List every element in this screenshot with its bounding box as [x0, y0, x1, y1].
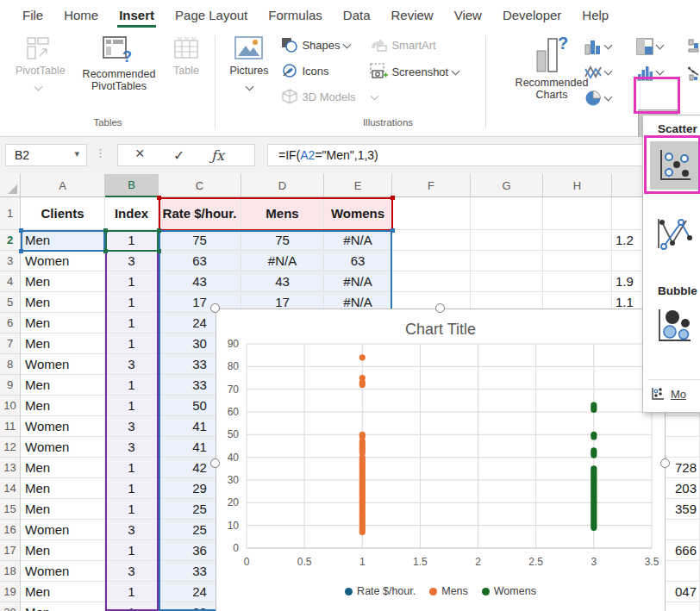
cell-a20[interactable]: Men: [21, 602, 105, 611]
cell-d2[interactable]: 75: [241, 230, 324, 251]
cell-a18[interactable]: Women: [21, 561, 105, 582]
legend-item[interactable]: Mens: [429, 585, 468, 597]
row-header-3[interactable]: 3: [0, 251, 21, 271]
cell-f2[interactable]: [392, 230, 471, 251]
cell-b17[interactable]: 1: [105, 540, 159, 561]
cell-a8[interactable]: Women: [21, 354, 105, 375]
cell-f3[interactable]: [392, 251, 471, 271]
cell-b15[interactable]: 1: [105, 499, 159, 520]
cell-a10[interactable]: Men: [21, 396, 105, 416]
row-header-1[interactable]: 1: [0, 197, 21, 230]
pie-chart-button[interactable]: [584, 90, 611, 110]
cell-e2[interactable]: #N/A: [324, 230, 392, 251]
row-header-9[interactable]: 9: [0, 375, 21, 396]
column-header-a[interactable]: A: [21, 174, 105, 197]
cell-b10[interactable]: 1: [105, 396, 159, 416]
cell-h4[interactable]: [543, 271, 612, 292]
name-box-dropdown-icon[interactable]: ▾: [74, 148, 79, 159]
cell-b6[interactable]: 1: [105, 313, 159, 334]
cell-a1[interactable]: Clients: [21, 197, 105, 230]
tab-formulas[interactable]: Formulas: [258, 3, 333, 27]
cell-f1[interactable]: [392, 197, 471, 230]
enter-icon[interactable]: ✓: [173, 147, 184, 164]
cell-d4[interactable]: 43: [241, 271, 324, 292]
menu-option-bubble[interactable]: [652, 303, 695, 346]
tab-data[interactable]: Data: [333, 3, 381, 27]
menu-option-scatter-lines-markers[interactable]: [652, 212, 695, 255]
select-all-corner[interactable]: [0, 174, 21, 197]
selection-handle[interactable]: [157, 249, 161, 253]
screenshot-button[interactable]: Screenshot: [369, 63, 459, 80]
row-header-19[interactable]: 19: [0, 582, 21, 602]
selection-handle[interactable]: [157, 228, 161, 233]
tab-developer[interactable]: Developer: [492, 3, 572, 27]
menu-option-scatter[interactable]: [650, 141, 698, 190]
row-header-20[interactable]: 20: [0, 602, 21, 611]
cell-b11[interactable]: 3: [105, 416, 159, 437]
selection-handle[interactable]: [103, 228, 108, 233]
waterfall-chart-button[interactable]: [688, 38, 700, 59]
row-header-17[interactable]: 17: [0, 540, 21, 561]
cell-b4[interactable]: 1: [105, 271, 159, 292]
cell-a2[interactable]: Men: [21, 230, 105, 251]
cell-b3[interactable]: 3: [105, 251, 159, 271]
red-range-handle[interactable]: [391, 196, 395, 200]
scatter-point[interactable]: [591, 452, 597, 458]
tab-file[interactable]: File: [12, 3, 53, 27]
combo-chart-button[interactable]: [688, 64, 700, 84]
row-header-16[interactable]: 16: [0, 520, 21, 540]
cell-b5[interactable]: 1: [105, 292, 159, 313]
cell-a14[interactable]: Men: [21, 478, 105, 499]
legend-item[interactable]: Womens: [482, 585, 536, 597]
scatter-point[interactable]: [591, 525, 597, 531]
insert-function-icon[interactable]: ƒx: [211, 147, 224, 164]
cell-g4[interactable]: [471, 271, 543, 292]
cell-b8[interactable]: 3: [105, 354, 159, 375]
cell-a5[interactable]: Men: [21, 292, 105, 313]
name-box[interactable]: B2 ▾: [5, 144, 87, 166]
cell-d1[interactable]: Mens: [241, 197, 324, 230]
blue-range-handle[interactable]: [391, 228, 395, 233]
tab-help[interactable]: Help: [572, 3, 619, 27]
row-header-2[interactable]: 2: [0, 230, 21, 251]
cell-b7[interactable]: 1: [105, 334, 159, 354]
cell-c2[interactable]: 75: [159, 230, 241, 251]
cell-a17[interactable]: Men: [21, 540, 105, 561]
recommended-pivottables-button[interactable]: ? Recommended PivotTables: [67, 35, 171, 92]
tab-view[interactable]: View: [444, 3, 492, 27]
legend-item[interactable]: Rate $/hour.: [345, 585, 416, 597]
column-header-g[interactable]: G: [471, 174, 543, 197]
blue-range-handle[interactable]: [19, 249, 23, 253]
cell-h1[interactable]: [543, 197, 612, 230]
column-header-h[interactable]: H: [543, 174, 612, 197]
cell-b14[interactable]: 1: [105, 478, 159, 499]
row-header-13[interactable]: 13: [0, 458, 21, 478]
cell-h3[interactable]: [543, 251, 612, 271]
row-header-8[interactable]: 8: [0, 354, 21, 375]
row-header-12[interactable]: 12: [0, 437, 21, 458]
blue-range-handle[interactable]: [19, 228, 23, 233]
column-header-c[interactable]: C: [159, 174, 241, 197]
scatter-point[interactable]: [359, 529, 366, 535]
formula-input[interactable]: =IF(A2="Men",1,3): [267, 144, 700, 166]
cell-b20[interactable]: 1: [105, 602, 159, 611]
cell-f4[interactable]: [392, 271, 471, 292]
line-chart-button[interactable]: [584, 64, 611, 84]
cell-a12[interactable]: Women: [21, 437, 105, 458]
cell-b12[interactable]: 3: [105, 437, 159, 458]
cell-a16[interactable]: Women: [21, 520, 105, 540]
cell-b9[interactable]: 1: [105, 375, 159, 396]
menu-option-more-scatter-charts[interactable]: Mo: [650, 386, 686, 402]
cell-c3[interactable]: 63: [159, 251, 241, 271]
cell-c1[interactable]: Rate $/hour.: [159, 197, 241, 230]
cancel-icon[interactable]: ×: [135, 145, 145, 163]
hierarchy-chart-button[interactable]: [636, 38, 663, 59]
scatter-point[interactable]: [359, 382, 366, 388]
scatter-point[interactable]: [591, 407, 597, 413]
smartart-button[interactable]: SmartArt: [369, 37, 436, 53]
icons-button[interactable]: Icons: [281, 63, 329, 78]
chart-handle-top-middle[interactable]: [435, 303, 445, 313]
tab-review[interactable]: Review: [381, 3, 444, 27]
pictures-button[interactable]: Pictures: [226, 35, 272, 95]
row-header-11[interactable]: 11: [0, 416, 21, 437]
